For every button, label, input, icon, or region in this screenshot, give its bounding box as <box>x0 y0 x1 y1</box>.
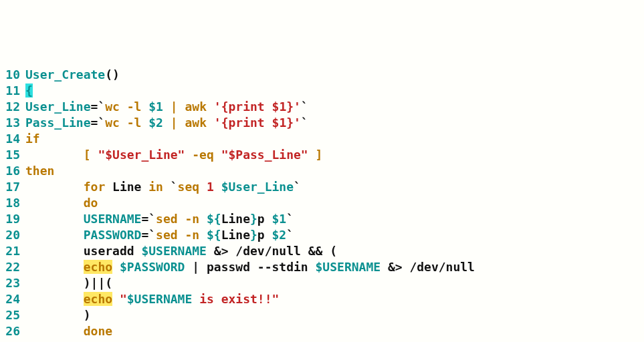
code-token: ] <box>316 148 323 162</box>
code-line: 27else <box>0 339 644 342</box>
code-content: done <box>25 323 644 339</box>
code-content: ) <box>25 307 644 323</box>
code-token: &> /dev/null <box>381 260 475 274</box>
line-number: 26 <box>0 323 25 339</box>
code-token: in <box>148 180 171 194</box>
code-token: '{print $1}' <box>214 100 301 114</box>
code-line: 18 do <box>0 195 644 211</box>
code-token: &> /dev/null && ( <box>207 244 337 258</box>
code-token: | <box>171 100 185 114</box>
code-token: )||( <box>84 276 112 290</box>
code-content: echo "$USERNAME is exist!!" <box>25 291 644 307</box>
code-content: then <box>25 163 644 179</box>
code-token <box>112 292 120 306</box>
code-content: USERNAME=`sed -n ${Line}p $1` <box>25 211 644 227</box>
code-token <box>25 260 84 274</box>
code-line: 22 echo $PASSWORD | passwd --stdin $USER… <box>0 259 644 275</box>
code-token: $1 <box>148 100 163 114</box>
line-number: 16 <box>0 163 25 179</box>
line-number: 27 <box>0 339 25 342</box>
code-token <box>25 196 84 210</box>
code-token: ` <box>286 212 294 226</box>
line-number: 19 <box>0 211 25 227</box>
code-token: =` <box>91 116 106 130</box>
code-token: -eq <box>192 148 221 162</box>
code-line: 26 done <box>0 323 644 339</box>
code-token: } <box>250 228 257 242</box>
code-token: () <box>105 67 120 81</box>
code-token: $USERNAME <box>127 292 193 306</box>
code-content: Pass_Line=`wc -l $2 | awk '{print $1}'` <box>25 115 644 131</box>
code-line: 12User_Line=`wc -l $1 | awk '{print $1}'… <box>0 99 644 115</box>
code-token: ` <box>286 228 294 242</box>
code-token: { <box>25 83 33 98</box>
code-token: ` <box>301 116 308 130</box>
code-token <box>163 100 171 114</box>
code-token: ` <box>301 100 308 114</box>
code-token: | <box>171 116 185 130</box>
line-number: 17 <box>0 179 25 195</box>
code-token: } <box>250 212 257 226</box>
code-token <box>141 100 148 114</box>
code-content: User_Create() <box>25 67 644 83</box>
code-token: wc -l <box>105 100 141 114</box>
code-token: " <box>120 292 127 306</box>
code-token: =` <box>141 228 156 242</box>
line-number: 12 <box>0 99 25 115</box>
code-token: awk <box>185 100 213 114</box>
code-line: 11{ <box>0 83 644 99</box>
code-token: [ <box>84 148 98 162</box>
code-token: useradd <box>84 244 142 258</box>
code-token: if <box>25 132 40 146</box>
code-token: "$User_Line" <box>98 148 185 162</box>
code-token <box>25 180 84 194</box>
code-token <box>185 148 192 162</box>
line-number: 22 <box>0 259 25 275</box>
code-line: 17 for Line in `seq 1 $User_Line` <box>0 179 644 195</box>
code-line: 10User_Create() <box>0 67 644 83</box>
code-token <box>112 260 120 274</box>
code-token: sed -n <box>156 228 207 242</box>
code-token: wc -l <box>105 116 141 130</box>
code-token: $USERNAME <box>316 260 381 274</box>
code-token: do <box>84 196 98 210</box>
code-token <box>25 148 84 162</box>
code-token: $User_Line <box>221 180 294 194</box>
code-token <box>25 244 84 258</box>
code-line: 14if <box>0 131 644 147</box>
code-token: '{print $1}' <box>214 116 301 130</box>
code-token: USERNAME <box>84 212 142 226</box>
code-token <box>25 276 84 290</box>
code-content: PASSWORD=`sed -n ${Line}p $2` <box>25 227 644 243</box>
code-token <box>25 308 84 322</box>
code-token <box>25 324 84 338</box>
code-token: Line <box>221 212 250 226</box>
code-token: done <box>84 324 112 338</box>
code-token: "$Pass_Line" <box>221 148 308 162</box>
code-token: echo <box>84 260 112 274</box>
code-line: 15 [ "$User_Line" -eq "$Pass_Line" ] <box>0 147 644 163</box>
code-token: awk <box>185 116 213 130</box>
code-token: $1 <box>272 212 287 226</box>
code-content: User_Line=`wc -l $1 | awk '{print $1}'` <box>25 99 644 115</box>
code-editor: 10User_Create()11{12User_Line=`wc -l $1 … <box>0 67 644 342</box>
code-content: { <box>25 83 644 99</box>
line-number: 20 <box>0 227 25 243</box>
code-token <box>308 148 316 162</box>
code-token: seq <box>178 180 207 194</box>
code-token <box>163 116 171 130</box>
code-token <box>141 116 148 130</box>
code-token: echo <box>84 292 112 306</box>
line-number: 24 <box>0 291 25 307</box>
code-token: ) <box>84 308 91 322</box>
code-line: 20 PASSWORD=`sed -n ${Line}p $2` <box>0 227 644 243</box>
code-line: 16then <box>0 163 644 179</box>
code-content: echo $PASSWORD | passwd --stdin $USERNAM… <box>25 259 644 275</box>
code-token: Pass_Line <box>25 116 91 130</box>
code-token: $2 <box>148 116 163 130</box>
code-token: p <box>257 228 272 242</box>
line-number: 10 <box>0 67 25 83</box>
code-line: 19 USERNAME=`sed -n ${Line}p $1` <box>0 211 644 227</box>
line-number: 23 <box>0 275 25 291</box>
code-line: 21 useradd $USERNAME &> /dev/null && ( <box>0 243 644 259</box>
